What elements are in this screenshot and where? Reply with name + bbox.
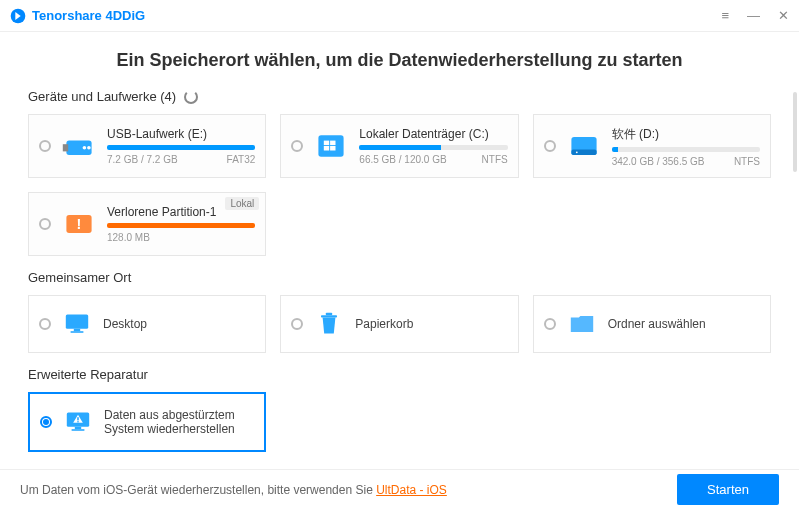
- menu-icon[interactable]: ≡: [721, 8, 729, 23]
- svg-rect-18: [321, 315, 337, 317]
- radio[interactable]: [544, 318, 556, 330]
- drive-card-usb[interactable]: USB-Laufwerk (E:) 7.2 GB / 7.2 GBFAT32: [28, 114, 266, 178]
- drives-grid: USB-Laufwerk (E:) 7.2 GB / 7.2 GBFAT32 L…: [28, 114, 771, 256]
- svg-point-4: [87, 146, 91, 150]
- svg-rect-21: [77, 417, 79, 420]
- drive-name: Lokaler Datenträger (C:): [359, 127, 507, 141]
- common-folder[interactable]: Ordner auswählen: [533, 295, 771, 353]
- hdd-drive-icon: [566, 128, 602, 164]
- repair-row: Daten aus abgestürztem System wiederhers…: [28, 392, 771, 452]
- svg-rect-11: [571, 150, 596, 155]
- drive-name: 软件 (D:): [612, 126, 760, 143]
- folder-icon: [566, 308, 598, 340]
- footer: Um Daten vom iOS-Gerät wiederherzustelle…: [0, 469, 799, 509]
- section-repair-title: Erweiterte Reparatur: [28, 367, 771, 382]
- svg-rect-19: [326, 313, 332, 315]
- drive-card-lost[interactable]: Lokal ! Verlorene Partition-1 128.0 MB: [28, 192, 266, 256]
- svg-rect-6: [324, 141, 329, 146]
- page-headline: Ein Speicherort wählen, um die Datenwied…: [28, 50, 771, 71]
- common-grid: Desktop Papierkorb Ordner auswählen: [28, 295, 771, 353]
- svg-rect-23: [75, 427, 81, 429]
- svg-rect-16: [74, 329, 80, 331]
- usage-bar: [107, 145, 255, 150]
- radio[interactable]: [544, 140, 556, 152]
- drive-name: USB-Laufwerk (E:): [107, 127, 255, 141]
- radio[interactable]: [39, 218, 51, 230]
- radio[interactable]: [291, 140, 303, 152]
- usage-bar: [107, 223, 255, 228]
- repair-label: Daten aus abgestürztem System wiederhers…: [104, 408, 254, 436]
- app-logo-icon: [10, 8, 26, 24]
- main-content: Ein Speicherort wählen, um die Datenwied…: [0, 32, 799, 468]
- svg-rect-9: [330, 146, 335, 151]
- common-label: Ordner auswählen: [608, 317, 706, 331]
- scrollbar[interactable]: [793, 92, 797, 172]
- drive-card-c[interactable]: Lokaler Datenträger (C:) 66.5 GB / 120.0…: [280, 114, 518, 178]
- svg-rect-8: [324, 146, 329, 151]
- ultdata-link[interactable]: UltData - iOS: [376, 483, 447, 497]
- common-label: Desktop: [103, 317, 147, 331]
- local-badge: Lokal: [225, 197, 259, 210]
- titlebar-left: Tenorshare 4DDiG: [10, 8, 145, 24]
- trash-icon: [313, 308, 345, 340]
- radio[interactable]: [291, 318, 303, 330]
- radio[interactable]: [39, 140, 51, 152]
- usage-bar: [359, 145, 507, 150]
- close-icon[interactable]: ✕: [778, 8, 789, 23]
- common-desktop[interactable]: Desktop: [28, 295, 266, 353]
- desktop-icon: [61, 308, 93, 340]
- repair-crashed-system[interactable]: Daten aus abgestürztem System wiederhers…: [28, 392, 266, 452]
- drive-card-d[interactable]: 软件 (D:) 342.0 GB / 356.5 GBNTFS: [533, 114, 771, 178]
- app-title: Tenorshare 4DDiG: [32, 8, 145, 23]
- radio[interactable]: [40, 416, 52, 428]
- svg-rect-17: [71, 331, 84, 333]
- windows-drive-icon: [313, 128, 349, 164]
- section-common-title: Gemeinsamer Ort: [28, 270, 771, 285]
- section-drives-title: Geräte und Laufwerke (4): [28, 89, 771, 104]
- common-trash[interactable]: Papierkorb: [280, 295, 518, 353]
- common-label: Papierkorb: [355, 317, 413, 331]
- svg-rect-24: [72, 429, 85, 431]
- svg-rect-22: [77, 421, 79, 422]
- svg-rect-2: [63, 144, 68, 151]
- start-button[interactable]: Starten: [677, 474, 779, 505]
- svg-rect-15: [66, 314, 88, 328]
- radio[interactable]: [39, 318, 51, 330]
- titlebar: Tenorshare 4DDiG ≡ — ✕: [0, 0, 799, 32]
- crash-recovery-icon: [62, 406, 94, 438]
- minimize-icon[interactable]: —: [747, 8, 760, 23]
- footer-hint: Um Daten vom iOS-Gerät wiederherzustelle…: [20, 483, 447, 497]
- window-controls: ≡ — ✕: [721, 8, 789, 23]
- lost-partition-icon: !: [61, 206, 97, 242]
- svg-point-3: [83, 146, 87, 150]
- svg-rect-7: [330, 141, 335, 146]
- svg-text:!: !: [77, 216, 82, 232]
- svg-point-12: [576, 151, 578, 153]
- usb-drive-icon: [61, 128, 97, 164]
- usage-bar: [612, 147, 760, 152]
- refresh-icon[interactable]: [184, 90, 198, 104]
